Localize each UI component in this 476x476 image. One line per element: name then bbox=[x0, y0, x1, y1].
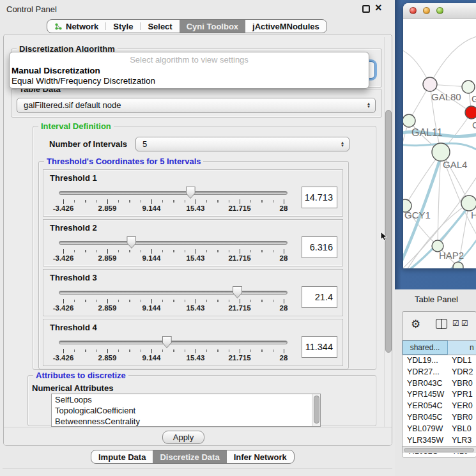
close-window-icon[interactable] bbox=[410, 7, 417, 14]
attribute-item[interactable]: TopologicalCoefficient bbox=[52, 405, 320, 416]
number-of-intervals-label: Number of Intervals bbox=[49, 139, 127, 149]
minimize-window-icon[interactable] bbox=[423, 7, 430, 14]
scrollbar-thumb[interactable] bbox=[404, 448, 474, 452]
threshold-row: Threshold 2 -3.4262.8599.14415.4321.7152… bbox=[43, 219, 343, 266]
table-row[interactable]: YER054CYER0 bbox=[403, 401, 476, 412]
threshold-row: Threshold 4 -3.4262.8599.14415.4321.7152… bbox=[43, 319, 343, 366]
column-header-name[interactable]: n bbox=[448, 341, 476, 355]
columns-icon[interactable] bbox=[436, 319, 447, 329]
float-window-icon[interactable] bbox=[362, 5, 370, 13]
table-cell: YPR145W bbox=[403, 389, 448, 401]
node-gal4[interactable] bbox=[432, 143, 450, 161]
stepper-icon: ▲▼ bbox=[341, 141, 344, 148]
table-data-combobox[interactable]: galFiltered.sif default node ▲▼ bbox=[17, 98, 376, 113]
slider-thumb[interactable] bbox=[162, 336, 172, 348]
combobox-value: 5 bbox=[136, 137, 349, 151]
gear-icon[interactable]: ⚙ bbox=[411, 318, 420, 331]
close-icon[interactable]: × bbox=[375, 1, 382, 15]
major-tick bbox=[63, 249, 64, 254]
slider-thumb[interactable] bbox=[233, 286, 242, 298]
tick-label: 15.43 bbox=[178, 254, 213, 262]
major-tick bbox=[151, 199, 152, 204]
tab-impute-data[interactable]: Impute Data bbox=[91, 450, 153, 463]
node-gal11[interactable] bbox=[403, 114, 415, 127]
table-header: shared... n bbox=[403, 340, 476, 355]
tab-jactivemnodules[interactable]: jActiveMNodules bbox=[245, 20, 326, 33]
table-row[interactable]: YDL19...YDL1 bbox=[403, 355, 476, 367]
tick-label: 21.715 bbox=[222, 354, 257, 362]
list-scrollbar[interactable] bbox=[312, 394, 320, 426]
attribute-item[interactable]: SelfLoops bbox=[52, 394, 320, 405]
major-tick bbox=[151, 349, 152, 353]
threshold-row: Threshold 1 -3.4262.8599.14415.4321.7152… bbox=[43, 169, 343, 217]
node-red-selected[interactable] bbox=[465, 106, 476, 119]
tick-label: -3.426 bbox=[46, 304, 81, 312]
table-row[interactable]: YBL079WYBL0 bbox=[403, 424, 476, 435]
column-header-shared-name[interactable]: shared... bbox=[403, 341, 448, 355]
slider-zone: -3.4262.8599.14415.4321.71528 bbox=[63, 170, 284, 217]
tick-label: 9.144 bbox=[134, 254, 169, 262]
tick-label: 15.43 bbox=[178, 354, 213, 362]
node-h[interactable] bbox=[461, 196, 476, 211]
tab-network[interactable]: Network bbox=[47, 20, 105, 33]
combobox-value: galFiltered.sif default node bbox=[17, 98, 375, 112]
attributes-group: Attributes to discretize Numerical Attri… bbox=[27, 375, 376, 426]
tab-style[interactable]: Style bbox=[106, 20, 140, 33]
attributes-list[interactable]: SelfLoopsTopologicalCoefficientBetweenne… bbox=[51, 394, 321, 427]
node-label-gal80: GAL80 bbox=[431, 91, 461, 102]
node-gal80[interactable] bbox=[423, 77, 437, 91]
network-window-titlebar[interactable] bbox=[403, 3, 476, 19]
tab-infer-network[interactable]: Infer Network bbox=[227, 450, 294, 463]
dropdown-placeholder: Select algorithm to view settings bbox=[10, 54, 369, 66]
table-cell: YER0 bbox=[448, 401, 476, 412]
dropdown-option-manual[interactable]: Manual Discretization bbox=[10, 66, 369, 76]
tab-select[interactable]: Select bbox=[141, 20, 179, 33]
apply-button[interactable]: Apply bbox=[162, 431, 204, 444]
number-of-intervals-combobox[interactable]: 5 ▲▼ bbox=[135, 137, 349, 151]
node-label-gal11: GAL11 bbox=[411, 127, 443, 138]
bottom-tabbar: Impute Data Discretize Data Infer Networ… bbox=[91, 450, 295, 464]
network-view-window: GAL80 GA GAL11 C GAL4 GCY1 H HAP2 bbox=[403, 3, 476, 268]
threshold-value-box[interactable]: 21.4 bbox=[302, 286, 337, 308]
zoom-window-icon[interactable] bbox=[436, 7, 443, 14]
tab-label: Network bbox=[66, 22, 98, 31]
threshold-value-box[interactable]: 14.713 bbox=[302, 187, 337, 208]
table-data-group: Table Data galFiltered.sif default node … bbox=[11, 89, 382, 118]
table-row[interactable]: YBR043CYBR0 bbox=[403, 378, 476, 390]
table-cell: YDL19... bbox=[403, 355, 448, 367]
group-title: Attributes to discretize bbox=[33, 371, 128, 380]
control-panel-titlebar: Control Panel × bbox=[0, 0, 395, 18]
checkbox-icon[interactable]: ☑ bbox=[452, 319, 459, 328]
table-row[interactable]: YLR345WYLR3 bbox=[403, 435, 476, 447]
tab-cyni-toolbox[interactable]: Cyni Toolbox bbox=[180, 20, 245, 33]
network-icon bbox=[54, 22, 63, 31]
tab-discretize-data[interactable]: Discretize Data bbox=[153, 450, 226, 463]
tick-label: 2.859 bbox=[90, 204, 125, 212]
table-row[interactable]: YPR145WYPR1 bbox=[403, 389, 476, 401]
node-partial-top-right[interactable] bbox=[462, 81, 475, 93]
tick-label: 15.43 bbox=[178, 204, 213, 212]
attribute-item[interactable]: BetweennessCentrality bbox=[52, 416, 320, 427]
tab-label: jActiveMNodules bbox=[252, 22, 319, 31]
node-partial-bottom[interactable] bbox=[453, 262, 463, 268]
top-tabbar: Network Style Select Cyni Toolbox jActiv… bbox=[47, 19, 327, 33]
major-tick bbox=[240, 249, 240, 254]
major-tick bbox=[196, 249, 196, 254]
thresholds-group: Threshold's Coordinates for 5 Intervals … bbox=[38, 161, 349, 369]
group-title: Threshold's Coordinates for 5 Intervals bbox=[44, 157, 203, 166]
checkbox-icon[interactable]: ☑ bbox=[461, 319, 468, 328]
table-row[interactable]: YDR27...YDR2 bbox=[403, 367, 476, 378]
slider-ticks bbox=[63, 250, 284, 252]
slider-zone: -3.4262.8599.14415.4321.71528 bbox=[63, 270, 284, 317]
tab-label: Cyni Toolbox bbox=[187, 22, 238, 31]
threshold-value-box[interactable]: 11.344 bbox=[302, 336, 337, 358]
slider-thumb[interactable] bbox=[186, 187, 196, 199]
major-tick bbox=[196, 299, 196, 303]
slider-thumb[interactable] bbox=[127, 236, 136, 249]
dropdown-option-equal-width[interactable]: Equal Width/Frequency Discretization bbox=[10, 76, 369, 86]
network-canvas[interactable]: GAL80 GA GAL11 C GAL4 GCY1 H HAP2 bbox=[403, 19, 476, 268]
table-cell: YLR3 bbox=[448, 435, 476, 447]
threshold-value-box[interactable]: 6.316 bbox=[302, 236, 337, 258]
table-row[interactable]: YBR045CYBR0 bbox=[403, 412, 476, 424]
table-hscrollbar[interactable] bbox=[403, 446, 476, 453]
